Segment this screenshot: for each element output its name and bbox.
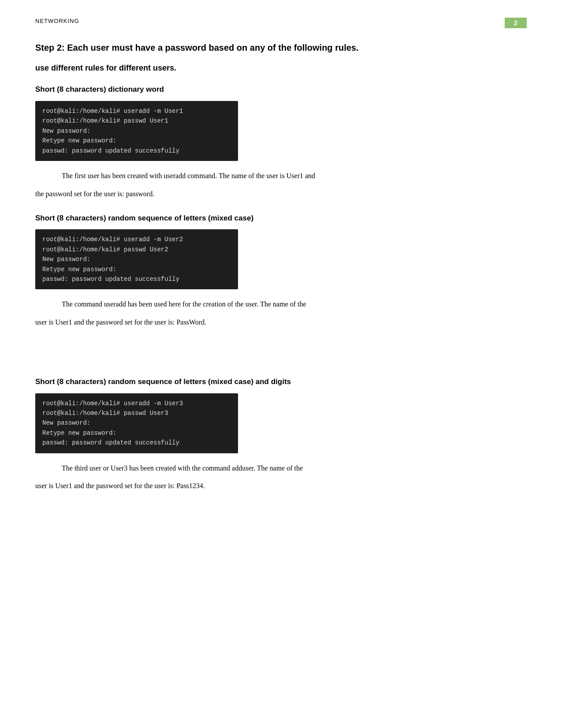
subtitle: use different rules for different users. [35, 63, 527, 74]
section-2-continuation: user is User1 and the password set for t… [35, 316, 527, 329]
section-1-continuation: the password set for the user is: passwo… [35, 188, 527, 201]
section-2: Short (8 characters) random sequence of … [35, 213, 527, 329]
section-2-heading: Short (8 characters) random sequence of … [35, 213, 527, 224]
section-1: Short (8 characters) dictionary word roo… [35, 84, 527, 200]
section-3-paragraph: The third user or User3 has been created… [35, 462, 527, 475]
page-number-badge: 2 [505, 18, 527, 28]
section-3: Short (8 characters) random sequence of … [35, 377, 527, 493]
section-2-paragraph: The command useradd has been used here f… [35, 298, 527, 311]
terminal-block-3: root@kali:/home/kali# useradd -m User3 r… [35, 393, 238, 453]
section-1-paragraph: The first user has been created with use… [35, 170, 527, 183]
main-title: Step 2: Each user must have a password b… [35, 41, 527, 54]
terminal-block-1: root@kali:/home/kali# useradd -m User1 r… [35, 101, 238, 161]
page-container: NETWORKING 2 Step 2: Each user must have… [0, 0, 562, 728]
section-1-heading: Short (8 characters) dictionary word [35, 84, 527, 95]
section-label: NETWORKING [35, 18, 79, 24]
terminal-block-2: root@kali:/home/kali# useradd -m User2 r… [35, 229, 238, 289]
section-3-heading: Short (8 characters) random sequence of … [35, 377, 527, 387]
section-3-continuation: user is User1 and the password set for t… [35, 480, 527, 493]
page-header: NETWORKING 2 [35, 18, 527, 28]
